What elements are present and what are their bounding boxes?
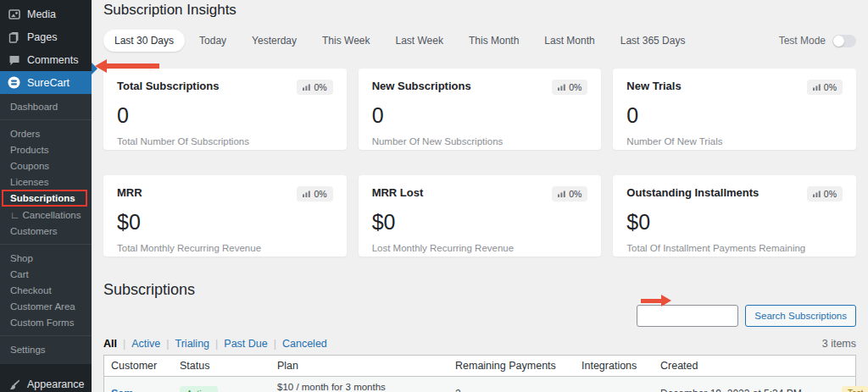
submenu-item-licenses[interactable]: Licenses xyxy=(0,174,92,190)
card-title: Total Subscriptions xyxy=(117,80,219,92)
card-new-subscriptions: New Subscriptions 0% 0 Number Of New Sub… xyxy=(359,69,602,150)
change-badge: 0% xyxy=(807,80,843,95)
card-value: 0 xyxy=(626,105,843,126)
submenu-item-subscriptions[interactable]: Subscriptions xyxy=(2,190,87,207)
test-mode-badge: Test xyxy=(842,386,868,392)
stat-cards: Total Subscriptions 0% 0 Total Number Of… xyxy=(103,69,856,257)
sidebar-item-label: SureCart xyxy=(27,77,70,89)
card-subtitle: Lost Monthly Recurring Revenue xyxy=(372,243,588,253)
filter-all[interactable]: All xyxy=(103,338,117,350)
date-filter-today[interactable]: Today xyxy=(188,30,237,52)
appearance-icon xyxy=(8,378,20,390)
sidebar-item-pages[interactable]: Pages xyxy=(0,25,92,48)
search-input[interactable] xyxy=(637,305,738,327)
submenu-item-checkout[interactable]: Checkout xyxy=(0,282,92,298)
date-filter-last-week[interactable]: Last Week xyxy=(384,30,453,52)
submenu-item-dashboard[interactable]: Dashboard xyxy=(0,98,92,114)
column-created: Created xyxy=(654,356,821,376)
card-value: 0 xyxy=(117,105,333,126)
search-subscriptions-button[interactable]: Search Subscriptions xyxy=(745,305,856,327)
annotation-arrow-search xyxy=(641,295,671,306)
change-badge: 0% xyxy=(552,80,587,95)
filter-trialing[interactable]: Trialing xyxy=(175,338,210,350)
column-integrations: Integrations xyxy=(575,356,654,376)
toggle-knob xyxy=(833,36,844,47)
card-title: MRR xyxy=(117,186,142,199)
filter-canceled[interactable]: Canceled xyxy=(282,338,327,350)
change-badge: 0% xyxy=(807,186,843,202)
table-header: Customer Status Plan Remaining Payments … xyxy=(104,356,855,377)
table-row: Sam Active $10 / month for 3 months Blac… xyxy=(104,377,855,392)
column-remaining-payments: Remaining Payments xyxy=(448,356,575,376)
date-filter-last-365-days[interactable]: Last 365 Days xyxy=(609,30,697,52)
submenu-item-customer-area[interactable]: Customer Area xyxy=(0,298,92,314)
created-value: December 19, 2023 at 5:34 PM xyxy=(654,383,821,392)
card-title: MRR Lost xyxy=(372,186,424,199)
bar-chart-icon xyxy=(303,190,310,197)
submenu-item-cancellations[interactable]: ∟ Cancellations xyxy=(0,207,92,223)
submenu-divider xyxy=(0,244,92,245)
card-subtitle: Number Of New Trials xyxy=(626,136,843,146)
card-total-subscriptions: Total Subscriptions 0% 0 Total Number Of… xyxy=(103,69,347,150)
status-badge: Active xyxy=(180,386,218,392)
sidebar-item-media[interactable]: Media xyxy=(0,3,92,25)
plan-price: $10 / month for 3 months xyxy=(277,382,448,392)
test-mode-toggle[interactable] xyxy=(832,35,856,47)
submenu-item-cart[interactable]: Cart xyxy=(0,266,92,282)
card-value: 0 xyxy=(372,105,588,126)
annotation-arrow-surecart xyxy=(95,59,159,73)
card-title: New Subscriptions xyxy=(372,80,471,92)
sidebar-item-comments[interactable]: Comments xyxy=(0,48,92,71)
media-icon xyxy=(8,8,20,20)
card-value: $0 xyxy=(117,212,333,233)
submenu-divider xyxy=(0,119,92,120)
pages-icon xyxy=(8,30,20,43)
status-filters: All Active Trialing Past Due Canceled xyxy=(103,338,327,350)
filter-past-due[interactable]: Past Due xyxy=(224,338,267,350)
submenu-item-customers[interactable]: Customers xyxy=(0,223,92,239)
bar-chart-icon xyxy=(813,190,821,197)
card-mrr: MRR 0% $0 Total Monthly Recurring Revenu… xyxy=(103,175,347,257)
change-badge: 0% xyxy=(297,186,332,202)
submenu-item-products[interactable]: Products xyxy=(0,141,92,157)
sidebar-item-appearance[interactable]: Appearance xyxy=(0,373,92,392)
admin-sidebar: Media Pages Comments SureCart Dashboard … xyxy=(0,0,92,392)
sidebar-item-label: Pages xyxy=(27,31,57,43)
surecart-logo-icon xyxy=(8,76,20,89)
card-value: $0 xyxy=(626,212,843,233)
date-filter-last-30-days[interactable]: Last 30 Days xyxy=(103,30,185,52)
sidebar-item-surecart[interactable]: SureCart xyxy=(0,71,92,94)
submenu-item-coupons[interactable]: Coupons xyxy=(0,157,92,174)
card-subtitle: Number Of New Subscriptions xyxy=(372,136,588,146)
submenu-item-custom-forms[interactable]: Custom Forms xyxy=(0,314,92,330)
date-filter-this-month[interactable]: This Month xyxy=(458,30,530,52)
date-filter-last-month[interactable]: Last Month xyxy=(533,30,605,52)
column-customer: Customer xyxy=(104,356,173,376)
submenu-item-settings[interactable]: Settings xyxy=(0,341,92,357)
submenu-divider xyxy=(0,335,92,336)
date-filter-group: Last 30 Days Today Yesterday This Week L… xyxy=(103,30,696,52)
remaining-payments-value: 2 xyxy=(448,383,575,392)
subscriptions-table: Customer Status Plan Remaining Payments … xyxy=(103,355,856,392)
card-new-trials: New Trials 0% 0 Number Of New Trials xyxy=(613,69,856,150)
card-title: New Trials xyxy=(626,80,681,92)
submenu-item-shop[interactable]: Shop xyxy=(0,250,92,266)
change-badge: 0% xyxy=(297,80,332,95)
filter-active[interactable]: Active xyxy=(131,338,160,350)
main-content: Subscription Insights Last 30 Days Today… xyxy=(92,0,868,392)
sidebar-item-label: Comments xyxy=(27,54,78,66)
items-count: 3 items xyxy=(822,338,856,350)
submenu-item-orders[interactable]: Orders xyxy=(0,125,92,141)
bar-chart-icon xyxy=(558,84,565,91)
comments-icon xyxy=(8,53,20,66)
customer-link[interactable]: Sam xyxy=(111,388,133,392)
card-outstanding-installments: Outstanding Installments 0% $0 Total Of … xyxy=(613,175,856,257)
date-filter-this-week[interactable]: This Week xyxy=(311,30,381,52)
card-mrr-lost: MRR Lost 0% $0 Lost Monthly Recurring Re… xyxy=(359,175,602,257)
bar-chart-icon xyxy=(558,190,565,197)
card-subtitle: Total Of Installment Payments Remaining xyxy=(626,243,843,253)
test-mode-label: Test Mode xyxy=(779,35,826,47)
date-filter-yesterday[interactable]: Yesterday xyxy=(241,30,308,52)
column-status: Status xyxy=(173,356,270,376)
integrations-value: - xyxy=(575,383,654,392)
